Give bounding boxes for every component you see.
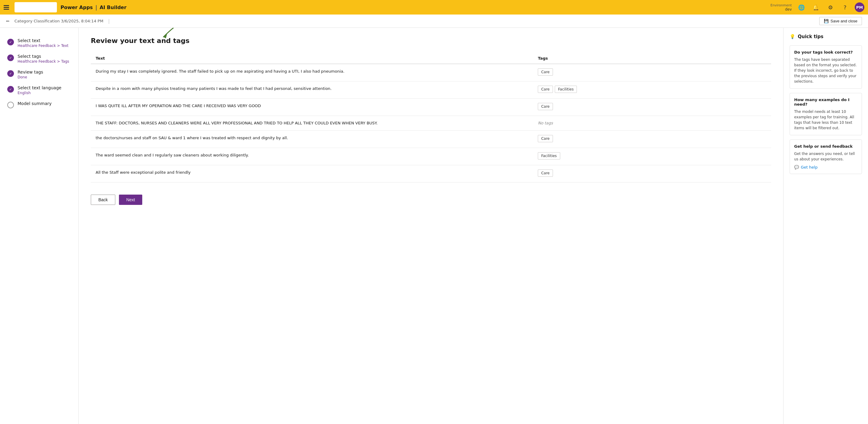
- table-row: I WAS QUITE ILL AFTER MY OPERATION AND T…: [91, 99, 771, 116]
- tip-3-title: Get help or send feedback: [794, 144, 858, 149]
- row-5-tags: Facilities: [533, 148, 771, 165]
- col-header-tags: Tags: [533, 53, 771, 64]
- tag-badge-care: Care: [538, 103, 553, 110]
- grid-menu-icon[interactable]: [4, 4, 11, 11]
- row-2-tags: Care: [533, 99, 771, 116]
- tag-badge-facilities: Facilities: [555, 86, 577, 93]
- tip-3-body: Get the answers you need, or tell us abo…: [794, 151, 858, 162]
- sidebar-step-text-5: Model summary: [18, 101, 52, 106]
- row-4-tags: Care: [533, 130, 771, 148]
- row-5-text: The ward seemed clean and I regularly sa…: [91, 148, 533, 165]
- tag-badge-care: Care: [538, 86, 553, 93]
- table-row: the doctors/nurses and staff on SAU & wa…: [91, 130, 771, 148]
- step-indicator-3: ✓: [7, 70, 14, 77]
- tip-1-body: The tags have been separated based on th…: [794, 57, 858, 84]
- row-0-tags: Care: [533, 64, 771, 82]
- help-icon[interactable]: ?: [840, 2, 850, 12]
- row-6-tags: Care: [533, 165, 771, 182]
- table-row: During my stay I was completely ignored.…: [91, 64, 771, 82]
- main-layout: ✓ Select text Healthcare Feedback > Text…: [0, 28, 868, 424]
- edit-icon: ✏: [6, 19, 10, 24]
- sidebar-item-language[interactable]: ✓ Select text language English: [0, 82, 79, 98]
- save-close-button[interactable]: 💾 Save and close: [819, 17, 862, 25]
- sidebar-item-review-tags[interactable]: ✓ Review tags Done: [0, 67, 79, 82]
- row-6-text: All the Staff were exceptional polite an…: [91, 165, 533, 182]
- table-row: The ward seemed clean and I regularly sa…: [91, 148, 771, 165]
- sidebar-step-text-4: Select text language English: [18, 85, 61, 95]
- page-title: Review your text and tags: [91, 37, 771, 44]
- sidebar-step-text-3: Review tags Done: [18, 70, 43, 79]
- title-divider: |: [95, 4, 97, 10]
- document-title: Category Classification 3/6/2025, 8:04:1…: [14, 19, 103, 23]
- tag-badge-care: Care: [538, 68, 553, 75]
- sidebar-item-select-tags[interactable]: ✓ Select tags Healthcare Feedback > Tags: [0, 51, 79, 67]
- sidebar-item-summary[interactable]: Model summary: [0, 98, 79, 111]
- separator: |: [108, 18, 110, 24]
- review-table: Text Tags During my stay I was completel…: [91, 53, 771, 182]
- sidebar-step-text-1: Select text Healthcare Feedback > Text: [18, 38, 68, 48]
- sidebar-item-select-text[interactable]: ✓ Select text Healthcare Feedback > Text: [0, 35, 79, 51]
- row-0-text: During my stay I was completely ignored.…: [91, 64, 533, 82]
- lightbulb-icon: 💡: [789, 34, 795, 39]
- step-indicator-5: [7, 102, 14, 108]
- check-icon-4: ✓: [9, 88, 12, 91]
- next-button[interactable]: Next: [119, 194, 142, 205]
- section-name: AI Builder: [100, 4, 126, 10]
- action-buttons: Back Next: [91, 192, 771, 205]
- col-header-text: Text: [91, 53, 533, 64]
- check-icon-3: ✓: [9, 72, 12, 75]
- table-row: All the Staff were exceptional polite an…: [91, 165, 771, 182]
- sidebar-step-text-2: Select tags Healthcare Feedback > Tags: [18, 54, 69, 64]
- app-name: Power Apps: [61, 4, 93, 10]
- environment-info: Environment dev: [771, 3, 792, 11]
- tip-card-1: Do your tags look correct? The tags have…: [789, 46, 862, 89]
- check-icon-1: ✓: [9, 40, 12, 44]
- row-4-text: the doctors/nurses and staff on SAU & wa…: [91, 130, 533, 148]
- save-icon: 💾: [824, 19, 829, 23]
- tag-badge-care: Care: [538, 170, 553, 177]
- row-2-text: I WAS QUITE ILL AFTER MY OPERATION AND T…: [91, 99, 533, 116]
- globe-icon[interactable]: 🌐: [797, 2, 806, 12]
- tip-card-3: Get help or send feedback Get the answer…: [789, 140, 862, 174]
- chat-icon: 💬: [794, 165, 799, 170]
- row-3-text: THE STAFF: DOCTORS, NURSES AND CLEANERS …: [91, 116, 533, 131]
- table-row: Despite in a room with many physios trea…: [91, 82, 771, 99]
- step-indicator-2: ✓: [7, 55, 14, 61]
- notification-icon[interactable]: 🔔: [811, 2, 821, 12]
- tip-1-title: Do your tags look correct?: [794, 50, 858, 55]
- tag-badge-care: Care: [538, 135, 553, 142]
- quick-tips-header: 💡 Quick tips: [789, 34, 862, 39]
- tip-2-body: The model needs at least 10 examples per…: [794, 109, 858, 131]
- back-button[interactable]: Back: [91, 194, 115, 205]
- topbar: Power Apps | AI Builder Environment dev …: [0, 0, 868, 14]
- row-3-no-tags: No tags: [538, 121, 553, 125]
- tip-2-title: How many examples do I need?: [794, 97, 858, 107]
- row-1-text: Despite in a room with many physios trea…: [91, 82, 533, 99]
- tag-badge-facilities: Facilities: [538, 152, 560, 159]
- check-icon-2: ✓: [9, 56, 12, 60]
- user-avatar[interactable]: PM: [855, 2, 864, 12]
- content-area: Review your text and tags Text Tags Duri…: [79, 28, 783, 424]
- row-3-tags: No tags: [533, 116, 771, 131]
- quick-tips-panel: 💡 Quick tips Do your tags look correct? …: [783, 28, 868, 424]
- app-title: Power Apps | AI Builder: [61, 4, 126, 10]
- tip-card-2: How many examples do I need? The model n…: [789, 93, 862, 135]
- row-1-tags: CareFacilities: [533, 82, 771, 99]
- logo-box: [14, 2, 57, 12]
- sidebar: ✓ Select text Healthcare Feedback > Text…: [0, 28, 79, 424]
- step-indicator-4: ✓: [7, 86, 14, 93]
- settings-icon[interactable]: ⚙: [826, 2, 835, 12]
- step-indicator-1: ✓: [7, 39, 14, 46]
- get-help-link[interactable]: 💬 Get help: [794, 165, 858, 170]
- secondbar: ✏ Category Classification 3/6/2025, 8:04…: [0, 14, 868, 28]
- table-row: THE STAFF: DOCTORS, NURSES AND CLEANERS …: [91, 116, 771, 131]
- topbar-icons: Environment dev 🌐 🔔 ⚙ ? PM: [771, 2, 864, 12]
